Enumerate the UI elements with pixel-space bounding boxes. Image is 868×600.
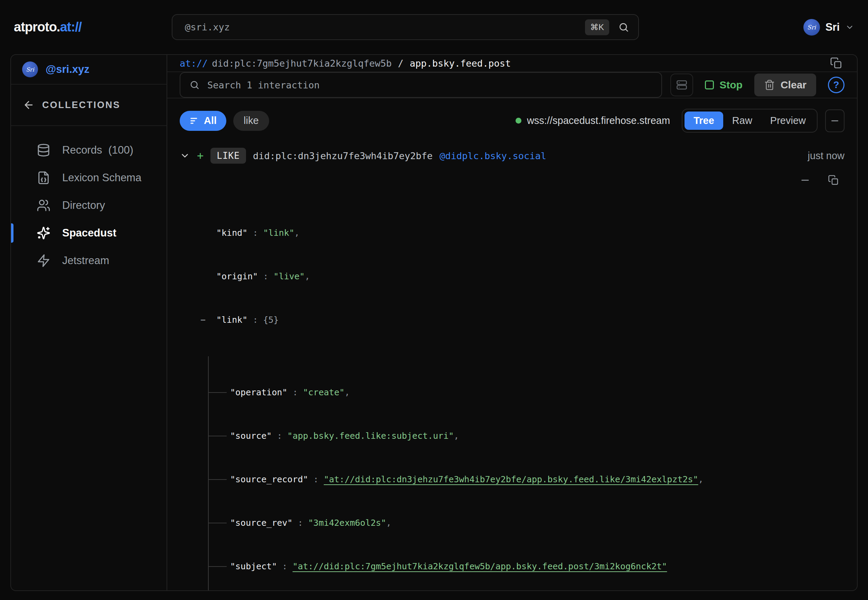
breadcrumb-collection[interactable]: app.bsky.feed.post	[410, 58, 511, 69]
filter-all-label: All	[204, 115, 217, 126]
json-key: "origin"	[216, 269, 258, 284]
interaction-search-input[interactable]	[207, 80, 652, 91]
collapse-all-button[interactable]	[825, 109, 845, 132]
json-value: "create"	[303, 385, 345, 400]
json-value-link[interactable]: "at://did:plc:7gm5ejhut7kia2kzglqfew5b/a…	[293, 559, 667, 574]
json-value-link[interactable]: "at://did:plc:dn3jehzu7fe3wh4ib7ey2bfe/a…	[324, 472, 698, 487]
view-tab-preview[interactable]: Preview	[761, 112, 815, 130]
main-panel: Sri @sri.xyz COLLECTIONS Records (100) L	[11, 54, 857, 591]
sidebar: Sri @sri.xyz COLLECTIONS Records (100) L	[11, 55, 167, 590]
json-colon: :	[313, 472, 319, 487]
json-key: "link"	[216, 313, 248, 327]
json-comma: ,	[386, 516, 392, 530]
collections-back[interactable]: COLLECTIONS	[11, 85, 167, 126]
stop-stream-button[interactable]: Stop	[705, 79, 743, 91]
zap-icon	[36, 254, 50, 268]
json-value: "link"	[263, 226, 294, 240]
sidebar-item-directory[interactable]: Directory	[11, 192, 167, 219]
copy-json-button[interactable]	[826, 173, 841, 188]
json-value: "app.bsky.feed.like:subject.uri"	[287, 429, 454, 443]
json-row-source: "source" : "app.bsky.feed.like:subject.u…	[209, 429, 857, 443]
sidebar-profile[interactable]: Sri @sri.xyz	[11, 55, 167, 85]
breadcrumb: at:// did:plc:7gm5ejhut7kia2kzglqfew5b /…	[167, 55, 857, 72]
file-json-icon	[36, 171, 50, 185]
sparkles-icon	[36, 226, 50, 240]
sidebar-item-lexicon-schema[interactable]: Lexicon Schema	[11, 164, 167, 192]
interactions-toolbar: Stop Clear ?	[167, 72, 857, 98]
json-row-source-rev: "source_rev" : "3mi42exm6ol2s",	[209, 516, 857, 530]
sidebar-item-label: Records	[62, 144, 102, 156]
json-colon: :	[263, 269, 268, 284]
event-handle-link[interactable]: @didplc.bsky.social	[439, 150, 546, 161]
sidebar-item-label: Spacedust	[62, 227, 116, 239]
json-colon: :	[252, 313, 258, 327]
json-key: "source_record"	[230, 472, 308, 487]
json-key: "kind"	[216, 226, 248, 240]
filter-like-chip[interactable]: like	[233, 111, 269, 131]
minus-icon	[830, 116, 840, 126]
interaction-search-box[interactable]	[180, 72, 662, 98]
event-type-badge: LIKE	[210, 148, 246, 164]
json-value: "3mi42exm6ol2s"	[308, 516, 386, 530]
view-tab-tree[interactable]: Tree	[684, 112, 723, 130]
chevron-down-icon	[845, 23, 854, 32]
breadcrumb-separator: /	[398, 58, 403, 69]
arrow-left-icon	[23, 99, 35, 111]
copy-breadcrumb-button[interactable]	[828, 55, 845, 71]
top-header: atproto.at:// ⌘K Sri Sri	[0, 0, 868, 54]
view-tab-raw[interactable]: Raw	[723, 112, 761, 130]
user-name: Sri	[825, 21, 840, 33]
stream-connected-dot	[515, 118, 521, 124]
stream-url: wss://spacedust.firehose.stream	[527, 115, 670, 126]
json-key: "operation"	[230, 385, 287, 400]
clear-label: Clear	[781, 79, 807, 91]
layout-rows-button[interactable]	[670, 74, 693, 96]
stream-status: wss://spacedust.firehose.stream Tree Raw…	[515, 109, 845, 133]
copy-icon	[830, 57, 842, 70]
profile-avatar: Sri	[22, 61, 38, 77]
breadcrumb-did[interactable]: did:plc:7gm5ejhut7kia2kzglqfew5b	[212, 58, 392, 69]
app-logo[interactable]: atproto.at://	[14, 20, 82, 35]
event-row: + LIKE did:plc:dn3jehzu7fe3wh4ib7ey2bfe …	[167, 141, 857, 164]
chevron-down-icon[interactable]	[180, 150, 190, 161]
avatar: Sri	[803, 19, 820, 36]
copy-icon	[828, 175, 839, 186]
json-row-source-record: "source_record" : "at://did:plc:dn3jehzu…	[209, 472, 857, 487]
json-comma: ,	[345, 385, 350, 400]
global-search-input[interactable]	[185, 22, 585, 32]
json-row-kind: "kind" : "link",	[216, 226, 857, 240]
event-expand-plus[interactable]: +	[197, 149, 204, 162]
database-icon	[36, 143, 50, 157]
json-comma: ,	[294, 226, 299, 240]
event-timestamp: just now	[808, 150, 845, 162]
event-card-actions	[167, 164, 857, 188]
sidebar-item-records[interactable]: Records (100)	[11, 136, 167, 164]
sidebar-item-spacedust[interactable]: Spacedust	[11, 219, 167, 247]
json-collapse-toggle[interactable]: −	[201, 313, 216, 327]
clear-button[interactable]: Clear	[754, 74, 816, 96]
json-comma: ,	[454, 429, 459, 443]
global-search-box[interactable]: ⌘K	[172, 14, 639, 40]
filter-all-chip[interactable]: All	[180, 111, 227, 131]
sidebar-nav: Records (100) Lexicon Schema Directory	[11, 126, 167, 285]
json-colon: :	[277, 429, 282, 443]
shortcut-badge: ⌘K	[585, 19, 609, 35]
breadcrumb-scheme[interactable]: at://	[180, 58, 208, 69]
json-comma: ,	[698, 472, 704, 487]
trash-icon	[764, 79, 775, 91]
json-value: "live"	[274, 269, 305, 284]
json-key: "source"	[230, 429, 272, 443]
collapse-json-button[interactable]	[798, 173, 813, 188]
json-row-link: −"link" : {5}	[216, 313, 857, 327]
collections-label: COLLECTIONS	[42, 100, 121, 111]
json-colon: :	[282, 559, 287, 574]
search-icon	[618, 22, 629, 33]
view-mode-switcher: Tree Raw Preview	[682, 109, 818, 133]
json-row-subject: "subject" : "at://did:plc:7gm5ejhut7kia2…	[209, 559, 857, 574]
sidebar-item-jetstream[interactable]: Jetstream	[11, 247, 167, 274]
profile-handle[interactable]: @sri.xyz	[46, 63, 90, 76]
records-count: (100)	[108, 144, 133, 156]
help-button[interactable]: ?	[828, 77, 845, 93]
main-content: at:// did:plc:7gm5ejhut7kia2kzglqfew5b /…	[167, 55, 857, 590]
user-menu[interactable]: Sri Sri	[803, 19, 854, 36]
